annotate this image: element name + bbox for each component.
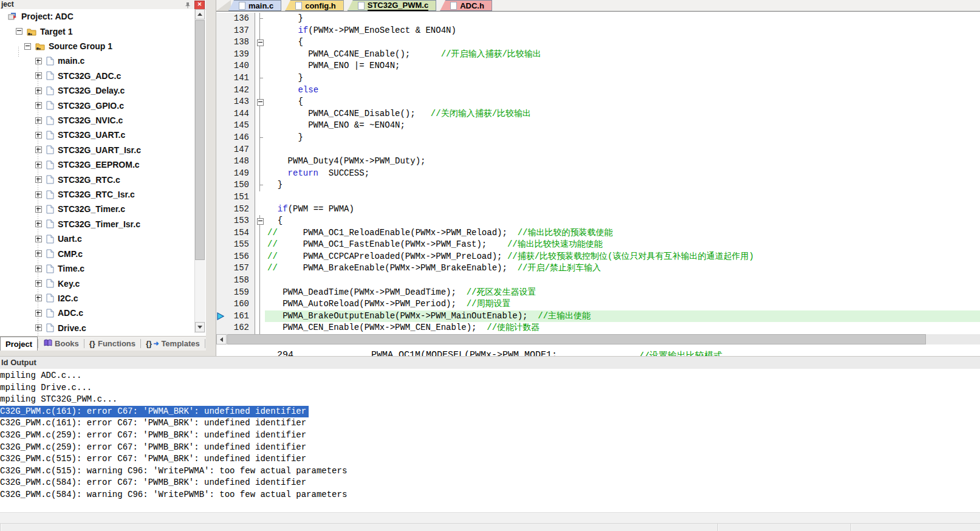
tree-item-file[interactable]: STC32G_Delay.c: [0, 83, 195, 98]
editor-tab-config-h[interactable]: config.h: [285, 0, 344, 11]
expand-icon[interactable]: [35, 72, 42, 79]
expand-icon[interactable]: [35, 221, 42, 227]
expand-icon[interactable]: [35, 280, 42, 287]
expand-icon[interactable]: [35, 324, 42, 331]
panel-tab-books[interactable]: Books: [38, 337, 84, 351]
code-line[interactable]: 154// PWMA_OC1_ReloadEnable(PWMx->PWM_Re…: [216, 227, 980, 239]
code-line[interactable]: 149 return SUCCESS;: [216, 168, 980, 180]
expand-icon[interactable]: [35, 191, 42, 198]
tree-item-file[interactable]: Key.c: [0, 276, 195, 290]
expand-icon[interactable]: [35, 295, 42, 301]
code-line[interactable]: 146 }: [216, 132, 980, 144]
expand-icon[interactable]: [35, 206, 42, 213]
code-line[interactable]: 158: [216, 275, 980, 287]
scrollbar-thumb[interactable]: [195, 20, 205, 260]
fold-collapse-icon[interactable]: [255, 215, 265, 227]
code-line[interactable]: 136 }: [216, 13, 980, 25]
tree-item-file[interactable]: STC32G_Timer.c: [0, 202, 195, 216]
scroll-up-button[interactable]: [195, 9, 205, 19]
tree-item-file[interactable]: STC32G_EEPROM.c: [0, 157, 195, 172]
build-output-line[interactable]: mpiling STC32G_PWM.c...: [0, 394, 980, 406]
collapse-icon[interactable]: [24, 43, 31, 50]
build-output-line[interactable]: C32G_PWM.c(584): error C67: 'PWMB_BRK': …: [0, 477, 980, 489]
expand-icon[interactable]: [35, 266, 42, 272]
code-line[interactable]: 141 }: [216, 72, 980, 84]
code-line[interactable]: 155// PWMA_OC1_FastEnable(PWMx->PWM_Fast…: [216, 239, 980, 251]
expand-icon[interactable]: [35, 102, 42, 109]
project-tree-scrollbar[interactable]: [194, 9, 205, 333]
code-line[interactable]: 142 else: [216, 84, 980, 97]
tree-item-file[interactable]: STC32G_RTC_Isr.c: [0, 187, 195, 202]
expand-icon[interactable]: [35, 162, 42, 168]
code-line[interactable]: 145 PWMA_ENO &= ~ENO4N;: [216, 120, 980, 132]
h-scrollbar-thumb[interactable]: [227, 334, 926, 344]
editor-tab-stc32g_pwm-c[interactable]: STC32G_PWM.c: [348, 0, 436, 11]
expand-icon[interactable]: [35, 310, 42, 317]
build-output-line[interactable]: mpiling ADC.c...: [0, 370, 980, 382]
expand-icon[interactable]: [35, 146, 42, 153]
tree-item-file[interactable]: Uart.c: [0, 231, 195, 246]
expand-icon[interactable]: [35, 250, 42, 257]
expand-icon[interactable]: [35, 176, 42, 183]
code-line[interactable]: 161 PWMA_BrakeOutputEnable(PWMx->PWM_Mai…: [216, 310, 980, 323]
tree-item-file[interactable]: Time.c: [0, 261, 195, 276]
tree-item-file[interactable]: ADC.c: [0, 306, 195, 320]
code-line[interactable]: 151: [216, 191, 980, 204]
pin-icon[interactable]: [183, 1, 192, 9]
tree-item-file[interactable]: main.c: [0, 53, 195, 68]
build-output-line[interactable]: C32G_PWM.c(515): warning C96: 'WritePWMA…: [0, 465, 980, 478]
code-line[interactable]: 139 PWMA_CC4NE_Enable(); //开启输入捕获/比较输出: [216, 49, 980, 61]
tree-item-file[interactable]: STC32G_NVIC.c: [0, 113, 195, 128]
collapse-icon[interactable]: [16, 28, 22, 35]
expand-icon[interactable]: [35, 117, 42, 124]
code-line[interactable]: 157// PWMA_BrakeEnable(PWMx->PWM_BrakeEn…: [216, 262, 980, 275]
scroll-down-button[interactable]: [195, 322, 205, 332]
code-line[interactable]: 137 if(PWMx->PWM_EnoSelect & ENO4N): [216, 25, 980, 37]
code-line[interactable]: 160 PWMA_AutoReload(PWMx->PWM_Period); /…: [216, 298, 980, 310]
scroll-left-button[interactable]: [216, 334, 227, 344]
panel-tab-functions[interactable]: {}Functions: [84, 337, 140, 351]
code-area[interactable]: 136 }137 if(PWMx->PWM_EnoSelect & ENO4N)…: [216, 11, 980, 336]
tree-item-project-root[interactable]: Project: ADC: [0, 9, 195, 24]
code-line[interactable]: 148 PWMA_Duty4(PWMx->PWM_Duty);: [216, 156, 980, 168]
tree-item-file[interactable]: STC32G_UART_Isr.c: [0, 143, 195, 157]
build-output-scroll-area[interactable]: [0, 512, 980, 524]
tree-item-file[interactable]: STC32G_Timer_Isr.c: [0, 217, 195, 231]
code-line[interactable]: 156// PWMA_CCPCAPreloaded(PWMx->PWM_PreL…: [216, 251, 980, 263]
build-output-line[interactable]: C32G_PWM.c(259): error C67: 'PWMB_BRK': …: [0, 430, 980, 442]
code-line[interactable]: 138 {: [216, 36, 980, 49]
fold-collapse-icon[interactable]: [255, 36, 265, 49]
tree-item-target[interactable]: Target 1: [0, 24, 195, 38]
tree-item-file[interactable]: CMP.c: [0, 247, 195, 261]
build-output-log[interactable]: mpiling ADC.c...mpiling Drive.c...mpilin…: [0, 369, 980, 513]
expand-icon[interactable]: [35, 87, 42, 94]
code-line[interactable]: 143 {: [216, 96, 980, 108]
code-line[interactable]: 159 PWMA_DeadTime(PWMx->PWM_DeadTime); /…: [216, 287, 980, 299]
horizontal-scrollbar[interactable]: [216, 334, 980, 344]
build-output-line[interactable]: C32G_PWM.c(161): error C67: 'PWMA_BRK': …: [0, 417, 980, 430]
build-output-line[interactable]: C32G_PWM.c(515): error C67: 'PWMA_BRK': …: [0, 453, 980, 465]
code-line[interactable]: 150 }: [216, 179, 980, 191]
build-output-line-selected[interactable]: C32G_PWM.c(161): error C67: 'PWMA_BRK': …: [0, 406, 980, 418]
panel-tab-templates[interactable]: {}➜Templates: [141, 337, 205, 351]
fold-collapse-icon[interactable]: [255, 96, 265, 108]
build-output-line[interactable]: C32G_PWM.c(584): warning C96: 'WritePWMB…: [0, 489, 980, 501]
tree-item-source-group[interactable]: Source Group 1: [0, 39, 195, 53]
expand-icon[interactable]: [35, 132, 42, 139]
code-line[interactable]: 153 {: [216, 215, 980, 227]
expand-icon[interactable]: [35, 58, 42, 64]
code-line[interactable]: 147: [216, 144, 980, 156]
code-line[interactable]: 144 PWMA_CC4NE_Disable(); //关闭输入捕获/比较输出: [216, 108, 980, 120]
tree-item-file[interactable]: Drive.c: [0, 321, 195, 335]
expand-icon[interactable]: [35, 236, 42, 242]
tree-item-file[interactable]: STC32G_GPIO.c: [0, 98, 195, 112]
close-icon[interactable]: ✕: [194, 1, 205, 10]
code-line[interactable]: 152 if(PWM == PWMA): [216, 204, 980, 216]
code-line[interactable]: 162 PWMA_CEN_Enable(PWMx->PWM_CEN_Enable…: [216, 322, 980, 334]
panel-tab-project[interactable]: Project: [0, 337, 38, 351]
build-output-line[interactable]: C32G_PWM.c(259): error C67: 'PWMB_BRK': …: [0, 442, 980, 454]
code-line[interactable]: 140 PWMA_ENO |= ENO4N;: [216, 60, 980, 72]
editor-tab-adc-h[interactable]: ADC.h: [440, 0, 492, 11]
tree-item-file[interactable]: STC32G_UART.c: [0, 128, 195, 142]
editor-tab-main-c[interactable]: main.c: [228, 0, 281, 11]
